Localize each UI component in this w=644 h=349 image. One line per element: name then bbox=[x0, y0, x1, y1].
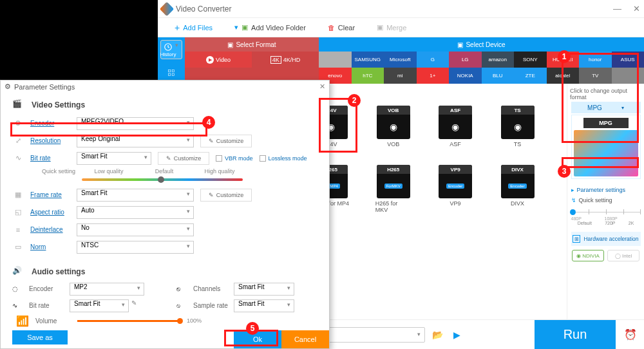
lossless-checkbox[interactable]: Lossless mode bbox=[260, 155, 307, 162]
add-files-button[interactable]: +Add Files bbox=[175, 23, 213, 33]
deint-icon: ≡ bbox=[12, 224, 24, 236]
tab-select-format[interactable]: ▣Select Format bbox=[185, 37, 319, 52]
resolution-label[interactable]: Resolution bbox=[30, 137, 70, 144]
output-preview-label: MPG bbox=[583, 118, 629, 128]
parameter-settings-dialog: ⚙ Parameter Settings ✕ 🎬 Video Settings … bbox=[0, 80, 330, 349]
framerate-label[interactable]: Frame rate bbox=[30, 191, 70, 198]
encoder-label[interactable]: Encoder bbox=[30, 120, 70, 127]
sample-select[interactable]: Smart Fit bbox=[234, 299, 294, 312]
deint-label[interactable]: Deinterlace bbox=[30, 226, 70, 233]
bitrate-label[interactable]: Bit rate bbox=[30, 155, 70, 162]
brand-htc[interactable]: hTC bbox=[352, 68, 384, 84]
tab-select-device[interactable]: ▣Select Device bbox=[319, 37, 644, 52]
norm-label[interactable]: Norm bbox=[30, 243, 70, 250]
output-format-dropdown[interactable]: MPG bbox=[571, 102, 641, 113]
format-item-ts[interactable]: TS◉TS bbox=[498, 104, 537, 149]
brand-zte[interactable]: ZTE bbox=[514, 68, 547, 84]
brand-sony[interactable]: SONY bbox=[514, 52, 547, 68]
brand-asus[interactable]: ASUS bbox=[612, 52, 645, 68]
fourk-icon: 4K bbox=[270, 56, 281, 64]
abr-label: Bit rate bbox=[29, 302, 64, 309]
aenc-label: Encoder bbox=[29, 285, 64, 292]
preview-image bbox=[574, 130, 638, 176]
app-logo-icon bbox=[160, 1, 175, 16]
nvidia-chip[interactable]: ◉ NDIVIA bbox=[572, 250, 604, 261]
add-folder-button[interactable]: ▾▣Add Video Folder bbox=[234, 23, 306, 32]
clear-button[interactable]: 🗑Clear bbox=[328, 24, 355, 32]
abr-icon: ∿ bbox=[12, 302, 24, 309]
norm-select[interactable]: NTSC bbox=[77, 241, 194, 254]
audio-settings-icon: 🔊 bbox=[12, 266, 26, 278]
save-as-button[interactable]: Save as bbox=[12, 330, 68, 344]
quick-setting-label: ↯Quick setting bbox=[571, 197, 641, 203]
brand-mi[interactable]: mi bbox=[384, 68, 417, 84]
framerate-select[interactable]: Smart Fit bbox=[77, 189, 194, 202]
vbr-checkbox[interactable]: VBR mode bbox=[216, 155, 253, 162]
bitrate-select[interactable]: Smart Fit bbox=[77, 152, 151, 165]
media-button[interactable]: ▶ bbox=[450, 328, 464, 342]
brand-alcatel[interactable]: alcatel bbox=[547, 68, 580, 84]
ok-button[interactable]: Ok bbox=[234, 330, 281, 348]
format-video[interactable]: ▶Video bbox=[185, 52, 252, 68]
brand-google[interactable]: G bbox=[417, 52, 450, 68]
sample-icon: ⍉ bbox=[176, 302, 188, 309]
brand-samsung[interactable]: SAMSUNG bbox=[352, 52, 384, 68]
audio-encoder-select[interactable]: MP2 bbox=[70, 283, 144, 296]
brand-more[interactable] bbox=[612, 68, 645, 84]
brand-lg[interactable]: LG bbox=[449, 52, 482, 68]
brand-oneplus[interactable]: 1+ bbox=[417, 68, 450, 84]
brand-amazon[interactable]: amazon bbox=[482, 52, 515, 68]
brand-microsoft[interactable]: Microsoft bbox=[384, 52, 417, 68]
grid-icon bbox=[167, 68, 176, 77]
cancel-button[interactable]: Cancel bbox=[281, 330, 329, 348]
sidebar-history[interactable]: History bbox=[160, 40, 182, 59]
dialog-close-button[interactable]: ✕ bbox=[319, 82, 325, 91]
svg-rect-4 bbox=[172, 73, 175, 76]
parameter-settings-link[interactable]: ▸Parameter settings bbox=[571, 187, 641, 193]
format-item-divx[interactable]: DIVXEncoderDIVX bbox=[498, 164, 537, 214]
volume-icon: 📶 bbox=[16, 315, 29, 327]
output-preview[interactable]: MPG bbox=[571, 115, 641, 179]
brand-nokia[interactable]: NOKIA bbox=[449, 68, 482, 84]
deinterlace-select[interactable]: No bbox=[77, 223, 194, 236]
format-item-vob[interactable]: VOB◉VOB bbox=[374, 104, 413, 149]
audio-bitrate-edit[interactable]: ✎ bbox=[131, 299, 137, 312]
format-item-vp9[interactable]: VP9EncoderVP9 bbox=[436, 164, 475, 214]
intel-chip[interactable]: ◯ Intel bbox=[607, 250, 639, 261]
brand-honor[interactable]: honor bbox=[579, 52, 612, 68]
format-item-asf[interactable]: ASF◉ASF bbox=[436, 104, 475, 149]
quality-slider[interactable] bbox=[82, 178, 243, 181]
bitrate-customize[interactable]: ✎Customize bbox=[158, 152, 209, 165]
aspect-label[interactable]: Aspect ratio bbox=[30, 209, 70, 216]
close-button[interactable]: ✕ bbox=[633, 4, 640, 14]
video-encoder-select[interactable]: MPEG2VIDEO bbox=[77, 117, 194, 130]
run-button[interactable]: Run bbox=[535, 320, 616, 350]
dialog-title: Parameter Settings bbox=[14, 83, 75, 91]
volume-slider[interactable] bbox=[77, 320, 180, 322]
history-icon bbox=[164, 42, 173, 52]
volume-percent: 100% bbox=[187, 317, 202, 324]
format-item-h265 for mkv[interactable]: H265ForMKVH265 for MKV bbox=[374, 164, 413, 214]
channels-select[interactable]: Smart Fit bbox=[234, 283, 294, 296]
resolution-select[interactable]: Keep Original bbox=[77, 135, 194, 147]
alarm-button[interactable]: ⏰ bbox=[621, 328, 640, 341]
minimize-button[interactable]: — bbox=[613, 4, 621, 14]
audio-bitrate-select[interactable]: Smart Fit bbox=[70, 299, 129, 312]
format-4k[interactable]: 4K4K/HD bbox=[252, 52, 319, 68]
aspect-select[interactable]: Auto bbox=[77, 206, 194, 219]
resolution-customize[interactable]: ✎Customize bbox=[200, 135, 252, 147]
right-pane: Click to change output format MPG MPG ▸P… bbox=[567, 84, 644, 319]
callout-5: 5 bbox=[246, 322, 259, 335]
open-folder-button[interactable]: 📂 bbox=[430, 328, 444, 342]
titlebar: Video Converter — ✕ bbox=[158, 0, 644, 18]
merge-button[interactable]: ▣Merge bbox=[377, 23, 406, 32]
chan-icon: ⎋ bbox=[176, 285, 188, 292]
framerate-customize[interactable]: ✎Customize bbox=[200, 189, 252, 202]
play-icon: ▶ bbox=[206, 56, 214, 64]
gear-icon: ⚙ bbox=[5, 82, 11, 91]
brand-tv[interactable]: TV bbox=[579, 68, 612, 84]
quick-setting-slider[interactable] bbox=[571, 207, 641, 216]
brand-apple[interactable] bbox=[319, 52, 352, 68]
brand-blu[interactable]: BLU bbox=[482, 68, 515, 84]
svg-rect-1 bbox=[168, 70, 171, 72]
